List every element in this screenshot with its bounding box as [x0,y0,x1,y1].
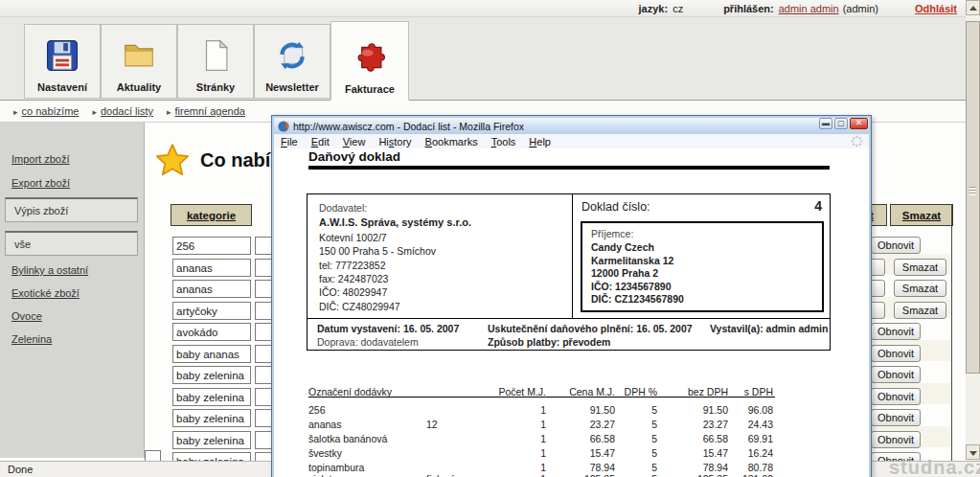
sidebar-item-export-zbo-[interactable]: Export zboží [11,177,70,189]
items-cell: 69.91 [706,433,773,444]
smazat-button[interactable]: Smazat [894,302,946,319]
items-cell: 24.43 [706,419,773,430]
kategorie-input[interactable] [172,323,251,341]
sidebar-item-zelenina[interactable]: Zelenina [11,333,52,345]
items-cell: 1 [479,447,546,459]
menu-tools[interactable]: Tools [485,136,523,148]
obnovit-button[interactable]: Obnovit [871,323,921,340]
sidebar-box-v-pis-zbo-[interactable]: Výpis zboží [5,197,138,222]
obnovit-button[interactable]: Obnovit [871,388,921,405]
tab-strip: NastaveníAktualityStránkyNewsletterFaktu… [0,17,980,101]
items-cell: 1 [479,419,546,430]
breadcrumb-item-dodac-listy[interactable]: dodací listy [92,105,153,117]
kategorie-input[interactable] [172,302,251,320]
items-cell: 12 [426,419,438,430]
supplier-line: 150 00 Praha 5 - Smíchov [319,245,436,257]
column-header-smazat[interactable]: Smazat [890,204,953,226]
sync-icon [274,37,310,74]
items-cell: 1 [479,433,546,444]
floppy-disk-icon [44,37,80,74]
recipient-line: 12000 Praha 2 [591,267,658,279]
obnovit-button[interactable]: Obnovit [871,409,921,426]
kategorie-input[interactable] [172,280,251,298]
document-number: 4 [814,198,822,214]
items-cell: 1 [479,473,546,477]
tab-fakturace[interactable]: Fakturace [330,21,409,101]
kategorie-input[interactable] [172,388,251,406]
sidebar-item-import-zbo-[interactable]: Import zboží [11,153,70,165]
kategorie-input[interactable] [172,237,251,255]
supplier-line: fax: 242487023 [319,273,388,284]
kategorie-input[interactable] [172,431,251,449]
kategorie-input[interactable] [172,366,251,384]
transport-value: dodavatelem [361,336,419,348]
issued-by-label: Vystavil(a): [710,323,763,334]
items-cell: fialová [426,473,455,477]
transport-label: Doprava: [317,336,358,348]
obnovit-button[interactable]: Obnovit [871,345,921,362]
supplier-line: IČO: 48029947 [319,286,387,298]
recipient-line: Candy Czech [591,241,654,253]
kategorie-input[interactable] [172,259,251,277]
recipient-label: Příjemce: [591,228,633,239]
obnovit-button[interactable]: Obnovit [871,237,921,254]
smazat-button[interactable]: Smazat [894,259,946,276]
column-header-kategorie[interactable]: kategorie [171,204,252,226]
sidebar-box-v-e[interactable]: vše [5,231,138,256]
close-button[interactable]: ✕ [850,118,868,129]
items-cell: 96.08 [706,404,773,416]
menu-help[interactable]: Help [522,136,558,148]
sidebar-item-bylinky-a-ostatn-[interactable]: Bylinky a ostatní [11,264,88,276]
tab-aktuality[interactable]: Aktuality [101,24,177,99]
payment-label: Způsob platby: [488,336,559,348]
menu-bookmarks[interactable]: Bookmarks [419,136,485,148]
minimize-button[interactable]: ▬ [819,118,832,129]
menu-view[interactable]: View [336,136,373,148]
invoice-page: Daňový doklad Dodavatel: A.W.I.S. Správa… [274,148,869,477]
popup-menubar: FileEditViewHistoryBookmarksToolsHelp [274,134,869,149]
tab-nastaven-[interactable]: Nastavení [24,24,101,99]
language-value: cz [672,3,683,14]
items-cell: 5 [590,473,657,477]
scroll-up-button[interactable] [966,0,980,15]
menu-file[interactable]: File [274,136,305,148]
sidebar-item-exotick-zbo-[interactable]: Exotické zboží [11,287,80,299]
table-right-border [951,204,952,462]
smazat-button[interactable]: Smazat [894,280,946,297]
scroll-thumb[interactable] [966,21,980,374]
popup-title: http://www.awiscz.com - Dodací list - Mo… [293,121,524,132]
items-cell: 1 [479,462,546,473]
tab-str-nky[interactable]: Stránky [177,24,254,99]
page-icon [197,37,234,74]
supplier-line: tel: 777223852 [319,260,385,271]
items-cell: šalotka banánová [308,433,387,444]
items-cell: 80.78 [706,462,773,473]
folder-icon [121,37,157,74]
puzzle-icon [352,39,388,76]
user-link[interactable]: admin admin [779,3,839,14]
kategorie-input[interactable] [172,345,251,363]
maximize-button[interactable]: ▢ [834,118,848,129]
items-cell: violety [308,473,337,477]
menu-edit[interactable]: Edit [305,136,336,148]
recipient-line: Karmelitanska 12 [591,255,673,266]
logout-link[interactable]: Odhlásit [915,3,957,14]
supplier-recipient-box: Dodavatel: A.W.I.S. Správa, systémy s.r.… [307,193,831,319]
menu-history[interactable]: History [372,136,418,148]
sidebar-item-ovoce[interactable]: Ovoce [11,310,42,322]
vertical-scrollbar[interactable] [966,0,980,461]
popup-titlebar[interactable]: http://www.awiscz.com - Dodací list - Mo… [274,118,869,134]
kategorie-input[interactable] [172,409,251,427]
obnovit-button[interactable]: Obnovit [871,431,921,448]
obnovit-button[interactable]: Obnovit [871,366,921,383]
breadcrumb-item-co-nab-z-me[interactable]: co nabízíme [13,105,79,117]
breadcrumb-item-firemn-agenda[interactable]: firemní agenda [167,105,245,117]
star-icon [155,143,190,177]
tab-newsletter[interactable]: Newsletter [254,24,330,99]
popup-window: http://www.awiscz.com - Dodací list - Mo… [271,115,872,477]
status-text: Done [8,464,33,475]
items-cell: 5 [590,447,657,459]
supplier-line: DIČ: CZ48029947 [319,301,400,312]
taxable-date-value: 16. 05. 2007 [636,323,692,334]
details-box: Datum vystavení: 16. 05. 2007 Doprava: d… [307,318,831,351]
